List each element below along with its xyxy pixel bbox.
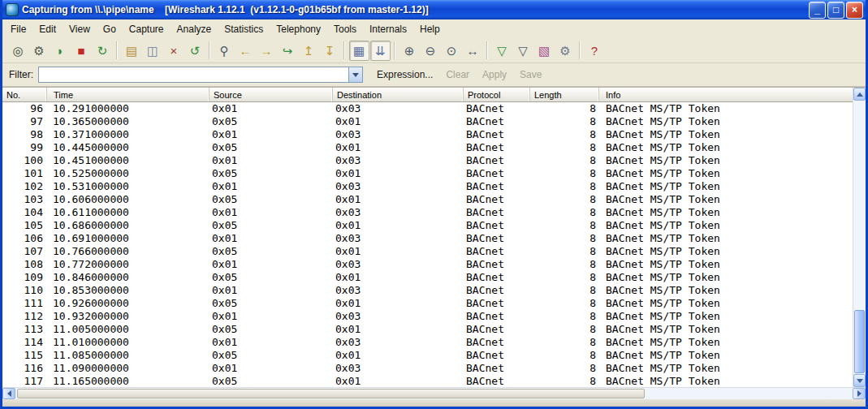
minimize-button[interactable]: _: [809, 2, 826, 19]
zoom-in-button[interactable]: ⊕: [399, 41, 420, 61]
scroll-right-button[interactable]: [853, 388, 866, 399]
horizontal-scroll-track[interactable]: [15, 388, 853, 399]
horizontal-scrollbar[interactable]: [2, 387, 866, 399]
title-bar[interactable]: Capturing from \\.\pipe\name [Wireshark …: [2, 0, 866, 19]
cell-source: 0x01: [209, 284, 333, 297]
clear-button[interactable]: Clear: [440, 67, 475, 83]
menu-go[interactable]: Go: [97, 20, 123, 38]
restore-button[interactable]: □: [827, 2, 844, 19]
menu-file[interactable]: File: [4, 20, 32, 38]
cell-destination: 0x01: [333, 219, 464, 232]
file-save-button[interactable]: ◫: [143, 41, 163, 61]
packet-row[interactable]: 9910.4450000000x050x01BACnet8BACnet MS/T…: [2, 141, 853, 154]
cell-destination: 0x01: [333, 167, 464, 180]
packet-row[interactable]: 11611.0900000000x010x03BACnet8BACnet MS/…: [2, 362, 853, 375]
packet-row[interactable]: 10310.6060000000x050x01BACnet8BACnet MS/…: [2, 193, 853, 206]
menu-help[interactable]: Help: [413, 20, 447, 38]
menu-edit[interactable]: Edit: [32, 20, 63, 38]
vertical-scroll-track[interactable]: [853, 101, 866, 374]
goto-packet-button[interactable]: ↪: [278, 41, 298, 61]
packet-row[interactable]: 10110.5250000000x050x01BACnet8BACnet MS/…: [2, 167, 853, 180]
packet-row[interactable]: 10510.6860000000x050x01BACnet8BACnet MS/…: [2, 219, 853, 232]
packet-row[interactable]: 11010.8530000000x010x03BACnet8BACnet MS/…: [2, 284, 853, 297]
cell-protocol: BACnet: [464, 284, 530, 297]
packet-row[interactable]: 9610.2910000000x010x03BACnet8BACnet MS/T…: [2, 102, 853, 115]
file-reload-button[interactable]: ↺: [185, 41, 205, 61]
packet-row[interactable]: 11411.0100000000x010x03BACnet8BACnet MS/…: [2, 336, 853, 349]
column-header-length[interactable]: Length: [530, 88, 599, 101]
capture-start-button[interactable]: ◗: [50, 41, 71, 61]
cell-no: 98: [2, 128, 47, 141]
packet-row[interactable]: 9810.3710000000x010x03BACnet8BACnet MS/T…: [2, 128, 853, 141]
go-last-packet-button[interactable]: ↧: [320, 41, 340, 61]
column-header-destination[interactable]: Destination: [333, 88, 464, 101]
scroll-up-button[interactable]: [853, 88, 866, 101]
capture-interfaces-button[interactable]: ◎: [8, 41, 28, 61]
file-open-button[interactable]: ▤: [122, 41, 142, 61]
capture-restart-button[interactable]: ↻: [93, 41, 113, 61]
packet-row[interactable]: 10610.6910000000x010x03BACnet8BACnet MS/…: [2, 232, 853, 245]
packet-row[interactable]: 11110.9260000000x050x01BACnet8BACnet MS/…: [2, 297, 853, 310]
capture-stop-button[interactable]: ■: [71, 41, 92, 61]
autoscroll-live-capture-button[interactable]: ⇊: [370, 41, 391, 61]
save-button[interactable]: Save: [514, 67, 547, 83]
packet-row[interactable]: 11311.0050000000x050x01BACnet8BACnet MS/…: [2, 323, 853, 336]
menu-telephony[interactable]: Telephony: [270, 20, 327, 38]
resize-columns-button[interactable]: ↔: [463, 41, 483, 61]
packet-row[interactable]: 10810.7720000000x010x03BACnet8BACnet MS/…: [2, 258, 853, 271]
zoom-out-button[interactable]: ⊖: [421, 41, 441, 61]
go-forward-button[interactable]: →: [257, 41, 277, 61]
cell-source: 0x01: [209, 128, 333, 141]
column-header-info[interactable]: Info: [599, 88, 853, 101]
go-back-button[interactable]: ←: [235, 41, 256, 61]
display-filter-button[interactable]: ▽: [513, 41, 533, 61]
cell-time: 11.005000000: [47, 323, 209, 336]
packet-row[interactable]: 10010.4510000000x010x03BACnet8BACnet MS/…: [2, 154, 853, 167]
packet-row[interactable]: 11711.1650000000x050x01BACnet8BACnet MS/…: [2, 375, 853, 387]
go-first-packet-button[interactable]: ↥: [299, 41, 319, 61]
capture-filter-button[interactable]: ▽: [492, 41, 512, 61]
packet-row[interactable]: 9710.3650000000x050x01BACnet8BACnet MS/T…: [2, 115, 853, 128]
vertical-scroll-thumb[interactable]: [854, 310, 865, 373]
help-button[interactable]: ?: [585, 41, 605, 61]
cell-destination: 0x03: [333, 336, 464, 349]
menu-internals[interactable]: Internals: [363, 20, 413, 38]
cell-time: 10.766000000: [47, 245, 209, 258]
filter-input[interactable]: [39, 67, 348, 82]
packet-row[interactable]: 10710.7660000000x050x01BACnet8BACnet MS/…: [2, 245, 853, 258]
packet-row[interactable]: 11511.0850000000x050x01BACnet8BACnet MS/…: [2, 349, 853, 362]
menu-view[interactable]: View: [63, 20, 97, 38]
arrow-right-icon: [857, 390, 862, 397]
cell-source: 0x01: [209, 154, 333, 167]
cell-source: 0x05: [209, 193, 333, 206]
preferences-button[interactable]: ⚙: [555, 41, 576, 61]
apply-button[interactable]: Apply: [477, 67, 512, 83]
scroll-down-button[interactable]: [853, 374, 866, 387]
column-header-no[interactable]: No.: [2, 88, 47, 101]
packet-row[interactable]: 10910.8460000000x050x01BACnet8BACnet MS/…: [2, 271, 853, 284]
file-close-button[interactable]: ×: [164, 41, 184, 61]
column-header-protocol[interactable]: Protocol: [464, 88, 530, 101]
column-header-time[interactable]: Time: [47, 88, 209, 101]
goto-packet-icon: ↪: [283, 45, 293, 57]
zoom-100-button[interactable]: ⊙: [442, 41, 462, 61]
coloring-rules-button[interactable]: ▧: [534, 41, 555, 61]
menu-statistics[interactable]: Statistics: [218, 20, 270, 38]
filter-dropdown-button[interactable]: [348, 67, 362, 82]
close-button[interactable]: ×: [846, 2, 863, 19]
colorize-packet-list-button[interactable]: ▦: [349, 41, 369, 61]
menu-analyze[interactable]: Analyze: [171, 20, 218, 38]
column-header-source[interactable]: Source: [209, 88, 333, 101]
scroll-left-button[interactable]: [2, 388, 15, 399]
packet-row[interactable]: 10410.6110000000x010x03BACnet8BACnet MS/…: [2, 206, 853, 219]
packet-row[interactable]: 11210.9320000000x010x03BACnet8BACnet MS/…: [2, 310, 853, 323]
menu-tools[interactable]: Tools: [327, 20, 363, 38]
find-packet-button[interactable]: ⚲: [214, 41, 235, 61]
packet-row[interactable]: 10210.5310000000x010x03BACnet8BACnet MS/…: [2, 180, 853, 193]
expression-button[interactable]: Expression...: [371, 67, 438, 83]
menu-capture[interactable]: Capture: [123, 20, 171, 38]
capture-options-button[interactable]: ⚙: [29, 41, 50, 61]
horizontal-scroll-thumb[interactable]: [17, 389, 645, 398]
file-close-icon: ×: [171, 45, 178, 57]
vertical-scrollbar[interactable]: [853, 88, 866, 387]
